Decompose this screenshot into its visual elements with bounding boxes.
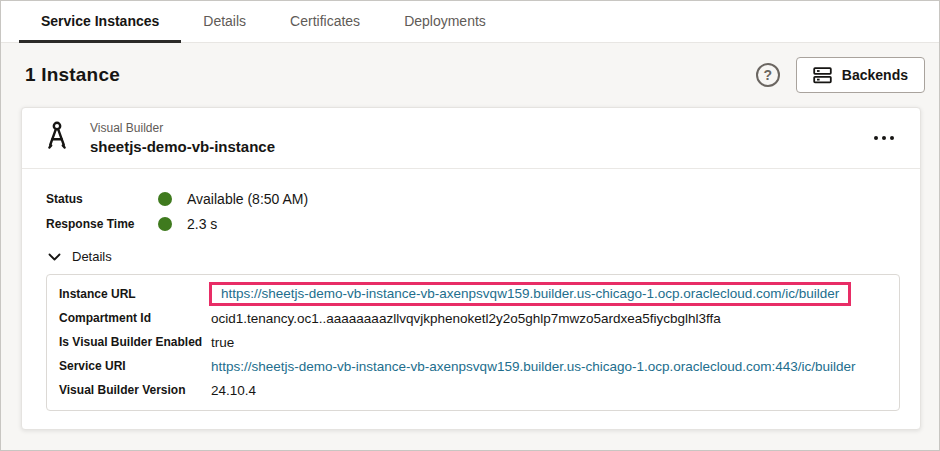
details-expander[interactable]: Details xyxy=(48,249,900,264)
instance-card-body: Status Available (8:50 AM) Response Time… xyxy=(22,169,920,429)
response-time-label: Response Time xyxy=(46,217,158,231)
field-value: https://sheetjs-demo-vb-instance-vb-axen… xyxy=(211,282,851,306)
page-title: 1 Instance xyxy=(25,64,120,86)
field-row-vb-version: Visual Builder Version 24.10.4 xyxy=(59,378,887,402)
backends-button-label: Backends xyxy=(842,67,908,83)
backends-button[interactable]: Backends xyxy=(796,57,925,93)
annotation-highlight-box: https://sheetjs-demo-vb-instance-vb-axen… xyxy=(209,282,851,306)
field-row-service-uri: Service URI https://sheetjs-demo-vb-inst… xyxy=(59,354,887,378)
page-header: 1 Instance ? Backends xyxy=(1,43,939,105)
field-label: Compartment Id xyxy=(59,311,211,325)
instance-type-label: Visual Builder xyxy=(90,121,275,135)
tab-service-instances[interactable]: Service Instances xyxy=(19,1,181,43)
field-row-is-vb-enabled: Is Visual Builder Enabled true xyxy=(59,330,887,354)
status-label: Status xyxy=(46,192,158,206)
response-time-row: Response Time 2.3 s xyxy=(46,216,900,232)
instance-card-titles: Visual Builder sheetjs-demo-vb-instance xyxy=(90,121,275,155)
server-stack-icon xyxy=(813,67,832,84)
header-actions: ? Backends xyxy=(756,57,925,93)
field-row-instance-url: Instance URL https://sheetjs-demo-vb-ins… xyxy=(59,282,887,306)
chevron-down-icon xyxy=(48,253,61,261)
instance-card: Visual Builder sheetjs-demo-vb-instance … xyxy=(21,107,921,430)
tab-certificates[interactable]: Certificates xyxy=(268,1,382,43)
details-expander-label: Details xyxy=(72,249,112,264)
is-vb-enabled-value: true xyxy=(211,335,234,350)
details-fields-panel: Instance URL https://sheetjs-demo-vb-ins… xyxy=(46,274,900,411)
field-label: Visual Builder Version xyxy=(59,383,211,397)
response-time-green-dot-icon xyxy=(158,217,172,231)
vb-version-value: 24.10.4 xyxy=(211,383,256,398)
field-label: Service URI xyxy=(59,359,211,373)
status-row: Status Available (8:50 AM) xyxy=(46,191,900,207)
status-value: Available (8:50 AM) xyxy=(187,191,308,207)
field-label: Instance URL xyxy=(59,287,211,301)
compartment-id-value: ocid1.tenancy.oc1..aaaaaaaazllvqvjkpheno… xyxy=(211,311,721,326)
field-label: Is Visual Builder Enabled xyxy=(59,335,211,349)
tab-details[interactable]: Details xyxy=(181,1,268,43)
tab-bar: Service Instances Details Certificates D… xyxy=(1,1,939,43)
status-green-dot-icon xyxy=(158,192,172,206)
ellipsis-menu-icon[interactable] xyxy=(866,130,902,146)
field-row-compartment-id: Compartment Id ocid1.tenancy.oc1..aaaaaa… xyxy=(59,306,887,330)
instance-card-header: Visual Builder sheetjs-demo-vb-instance xyxy=(22,108,920,169)
drafting-compass-icon xyxy=(46,121,68,155)
instance-url-link[interactable]: https://sheetjs-demo-vb-instance-vb-axen… xyxy=(221,286,839,301)
response-time-value: 2.3 s xyxy=(187,216,217,232)
instance-name: sheetjs-demo-vb-instance xyxy=(90,138,275,155)
tab-deployments[interactable]: Deployments xyxy=(382,1,508,43)
help-icon[interactable]: ? xyxy=(756,63,780,87)
service-uri-link[interactable]: https://sheetjs-demo-vb-instance-vb-axen… xyxy=(211,359,856,374)
